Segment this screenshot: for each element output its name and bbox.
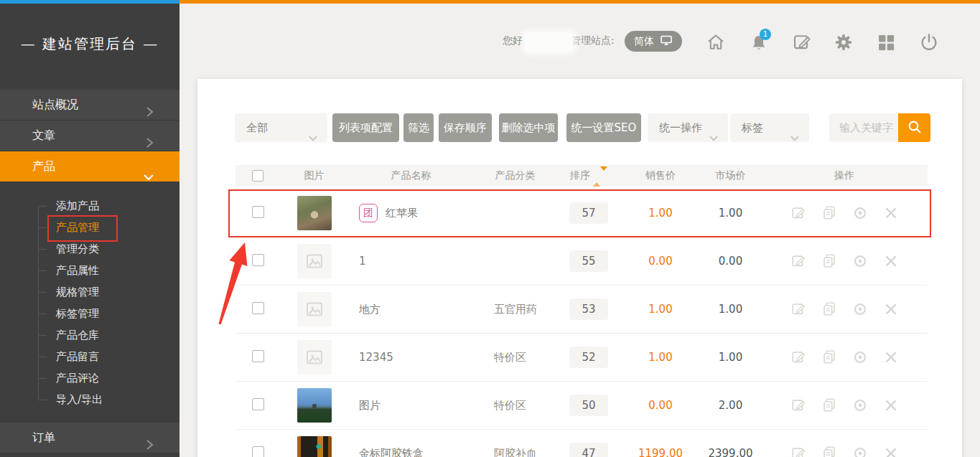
- sale-price: 1.00: [621, 207, 700, 220]
- select-all-checkbox[interactable]: [252, 170, 263, 182]
- edit-compose-icon[interactable]: [792, 32, 812, 52]
- batch-operation-dropdown[interactable]: 统一操作: [648, 113, 728, 142]
- seo-batch-button[interactable]: 统一设置SEO: [566, 113, 641, 142]
- view-eye-icon[interactable]: [852, 205, 868, 221]
- submenu-product-reviews[interactable]: 产品评论: [0, 367, 179, 389]
- row-checkbox[interactable]: [252, 446, 264, 457]
- product-name[interactable]: 1: [359, 255, 366, 268]
- search-button[interactable]: [898, 113, 930, 142]
- group-buy-badge: 团: [359, 204, 378, 222]
- settings-gear-icon[interactable]: [834, 32, 854, 52]
- delete-x-icon[interactable]: [883, 205, 899, 221]
- delete-x-icon[interactable]: [883, 397, 899, 413]
- submenu-spec-management[interactable]: 规格管理: [0, 281, 179, 303]
- sort-arrows-icon[interactable]: [593, 171, 607, 182]
- filter-button[interactable]: 筛选: [403, 113, 434, 142]
- language-switch-button[interactable]: 简体: [625, 31, 682, 52]
- product-image[interactable]: [297, 340, 332, 374]
- product-name[interactable]: 红苹果: [386, 207, 418, 220]
- view-eye-icon[interactable]: [852, 253, 868, 269]
- edit-icon[interactable]: [790, 253, 806, 269]
- product-image[interactable]: [297, 196, 332, 230]
- submenu-tag-management[interactable]: 标签管理: [0, 303, 179, 324]
- row-checkbox[interactable]: [252, 350, 264, 362]
- row-checkbox[interactable]: [252, 206, 264, 218]
- notification-bell-icon[interactable]: 1: [749, 32, 769, 52]
- sale-price: 1199.00: [621, 447, 700, 457]
- category-filter-dropdown[interactable]: 全部: [235, 113, 327, 142]
- row-checkbox[interactable]: [252, 254, 264, 266]
- product-image[interactable]: [297, 292, 332, 326]
- submenu-import-export[interactable]: 导入/导出: [0, 389, 179, 410]
- edit-icon[interactable]: [790, 301, 806, 317]
- product-name[interactable]: 12345: [359, 351, 393, 364]
- sort-value[interactable]: 55: [569, 250, 608, 272]
- sidebar-menu: 站点概况 文章 产品: [0, 90, 179, 182]
- copy-icon[interactable]: [821, 301, 837, 317]
- image-placeholder-icon: [306, 253, 323, 270]
- chevron-down-icon: [709, 124, 719, 153]
- submenu-product-messages[interactable]: 产品留言: [0, 346, 179, 367]
- product-image[interactable]: [297, 244, 332, 278]
- copy-icon[interactable]: [821, 397, 837, 413]
- submenu-product-management[interactable]: 产品管理: [0, 217, 179, 238]
- home-icon[interactable]: [706, 32, 726, 52]
- row-checkbox[interactable]: [252, 302, 264, 314]
- list-config-button[interactable]: 列表项配置: [332, 113, 399, 142]
- submenu-product-warehouse[interactable]: 产品仓库: [0, 324, 179, 346]
- logout-power-icon[interactable]: [919, 32, 939, 52]
- save-order-button[interactable]: 保存顺序: [439, 113, 492, 142]
- monitor-icon: [660, 34, 673, 48]
- app-title: — 建站管理后台 —: [0, 34, 179, 54]
- view-eye-icon[interactable]: [852, 349, 868, 365]
- product-image[interactable]: [297, 388, 332, 423]
- sidebar-item-products[interactable]: 产品: [0, 151, 179, 182]
- tag-dropdown[interactable]: 标签: [730, 113, 809, 142]
- product-image[interactable]: [297, 436, 332, 457]
- view-eye-icon[interactable]: [852, 301, 868, 317]
- copy-icon[interactable]: [821, 446, 837, 457]
- sidebar-item-orders[interactable]: 订单: [0, 423, 179, 453]
- col-name: 产品名称: [348, 169, 474, 182]
- sort-value[interactable]: 57: [569, 202, 608, 224]
- sidebar-item-site-overview[interactable]: 站点概况: [0, 90, 179, 121]
- edit-icon[interactable]: [790, 397, 806, 413]
- delete-x-icon[interactable]: [883, 301, 899, 317]
- edit-icon[interactable]: [790, 205, 806, 221]
- delete-x-icon[interactable]: [883, 446, 899, 457]
- market-price: 2.00: [700, 399, 761, 412]
- product-name[interactable]: 地方: [359, 303, 381, 316]
- copy-icon[interactable]: [821, 205, 837, 221]
- delete-x-icon[interactable]: [883, 253, 899, 269]
- search-bar: [829, 113, 930, 142]
- view-eye-icon[interactable]: [852, 446, 868, 457]
- product-name[interactable]: 图片: [359, 399, 381, 413]
- sort-value[interactable]: 53: [569, 298, 608, 320]
- product-name[interactable]: 金标阿胶铁盒: [359, 447, 424, 457]
- sort-value[interactable]: 52: [569, 347, 608, 368]
- view-eye-icon[interactable]: [852, 397, 868, 413]
- copy-icon[interactable]: [821, 253, 837, 269]
- search-icon: [907, 119, 923, 137]
- sale-price: 1.00: [621, 303, 700, 316]
- edit-icon[interactable]: [790, 349, 806, 365]
- search-input[interactable]: [829, 113, 898, 142]
- row-checkbox[interactable]: [252, 398, 264, 410]
- copy-icon[interactable]: [821, 349, 837, 365]
- delete-x-icon[interactable]: [883, 349, 899, 365]
- apps-grid-icon[interactable]: [876, 32, 896, 52]
- submenu-product-attrs[interactable]: 产品属性: [0, 260, 179, 281]
- sidebar-item-articles[interactable]: 文章: [0, 121, 179, 151]
- sort-value[interactable]: 47: [569, 443, 608, 457]
- dropdown-selected-value: 统一操作: [659, 121, 702, 134]
- col-actions: 操作: [761, 169, 928, 182]
- table-row: 图片 特价区 50 0.00 2.00: [235, 382, 928, 430]
- col-sort[interactable]: 排序: [556, 169, 621, 182]
- submenu-add-product[interactable]: 添加产品: [0, 195, 179, 217]
- edit-icon[interactable]: [790, 446, 806, 457]
- image-placeholder-icon: [306, 301, 323, 318]
- sort-value[interactable]: 50: [569, 395, 608, 416]
- product-category: 五官用药: [474, 303, 556, 316]
- delete-selected-button[interactable]: 删除选中项: [499, 113, 558, 142]
- submenu-manage-category[interactable]: 管理分类: [0, 238, 179, 260]
